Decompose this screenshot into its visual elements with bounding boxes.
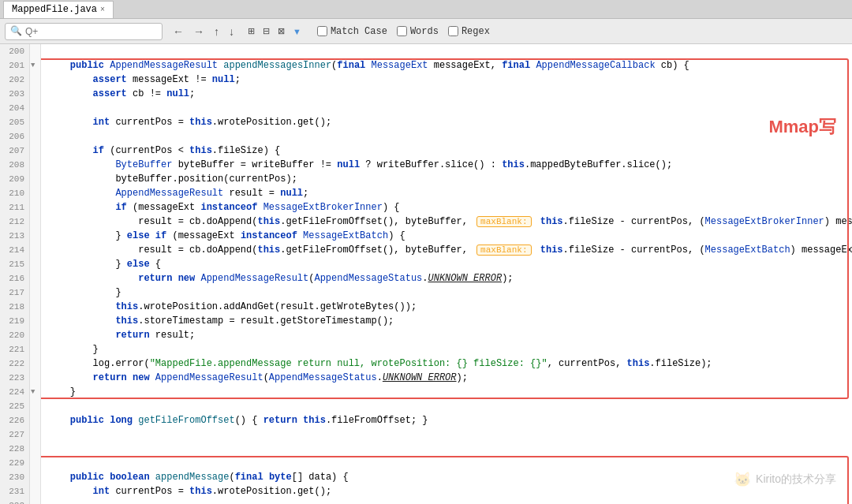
fold-btn-2[interactable]: ▼ — [31, 385, 35, 399]
ln-227: 227 — [5, 427, 24, 442]
code-line-205: int currentPos = this.wrotePosition.get(… — [47, 115, 846, 129]
toolbar-icon-2[interactable]: ⊟ — [260, 24, 273, 39]
match-case-checkbox-label[interactable]: Match Case — [317, 26, 387, 37]
code-content[interactable]: Mmap写 🐱 Kirito的技术分享 public AppendMessage… — [41, 44, 852, 504]
ln-232: 232 — [5, 498, 24, 504]
ln-230: 230 — [5, 470, 24, 484]
ln-213: 213 — [5, 229, 24, 243]
code-line-225 — [47, 399, 846, 413]
ln-231: 231 — [5, 484, 24, 498]
code-container: 200 201 202 203 204 205 206 207 208 209 … — [0, 44, 852, 504]
ln-217: 217 — [5, 286, 24, 300]
ln-205: 205 — [5, 115, 24, 129]
match-case-label: Match Case — [331, 26, 387, 37]
ln-220: 220 — [5, 328, 24, 342]
words-label: Words — [410, 26, 439, 37]
search-bar: 🔍 ← → ↑ ↓ ⊞ ⊟ ⊠ ▼ Match Case Words Regex — [0, 19, 852, 44]
code-line-202: assert messageExt != null; — [47, 73, 846, 87]
ln-223: 223 — [5, 371, 24, 385]
fold-column: ▼ ▼ — [30, 44, 41, 504]
ln-215: 215 — [5, 257, 24, 271]
ln-204: 204 — [5, 101, 24, 115]
nav-forward-button[interactable]: → — [189, 23, 208, 40]
code-line-213: } else if (messageExt instanceof Message… — [47, 229, 846, 243]
nav-up-button[interactable]: ↑ — [210, 23, 223, 40]
code-line-206 — [47, 129, 846, 144]
ln-212: 212 — [5, 215, 24, 229]
code-line-226: public long getFileFromOffset() { return… — [47, 413, 846, 427]
code-line-218: this.wrotePosition.addAndGet(result.getW… — [47, 300, 846, 314]
ln-216: 216 — [5, 271, 24, 286]
code-line-223: return new AppendMessageResult(AppendMes… — [47, 371, 846, 385]
code-line-227 — [47, 427, 846, 442]
code-line-207: if (currentPos < this.fileSize) { — [47, 144, 846, 158]
search-input-wrap: 🔍 — [5, 23, 163, 40]
code-line-210: AppendMessageResult result = null; — [47, 186, 846, 200]
regex-checkbox-label[interactable]: Regex — [448, 26, 490, 37]
code-line-208: ByteBuffer byteBuffer = writeBuffer != n… — [47, 158, 846, 172]
fold-btn-1[interactable]: ▼ — [31, 58, 35, 73]
mmap-annotation: Mmap写 — [768, 115, 836, 139]
ln-206: 206 — [5, 129, 24, 144]
ln-203: 203 — [5, 87, 24, 101]
match-case-checkbox[interactable] — [317, 26, 327, 36]
code-line-215: } else { — [47, 257, 846, 271]
ln-201: 201 — [5, 58, 24, 73]
code-line-212: result = cb.doAppend(this.getFileFromOff… — [47, 215, 846, 229]
code-line-221: } — [47, 342, 846, 357]
code-line-222: log.error("MappedFile.appendMessage retu… — [47, 357, 846, 371]
regex-label: Regex — [462, 26, 490, 37]
tab-close-icon[interactable]: × — [100, 6, 105, 14]
code-line-216: return new AppendMessageResult(AppendMes… — [47, 271, 846, 286]
search-input[interactable] — [25, 26, 151, 37]
nav-down-button[interactable]: ↓ — [225, 23, 238, 40]
code-line-201: public AppendMessageResult appendMessage… — [47, 58, 846, 73]
ln-221: 221 — [5, 342, 24, 357]
code-line-219: this.storeTimestamp = result.getStoreTim… — [47, 314, 846, 328]
ln-229: 229 — [5, 456, 24, 470]
toolbar-icon-1[interactable]: ⊞ — [245, 24, 258, 39]
code-line-214: result = cb.doAppend(this.getFileFromOff… — [47, 243, 846, 257]
code-line-232 — [47, 498, 846, 504]
nav-buttons: ← → ↑ ↓ — [169, 23, 238, 40]
ln-200: 200 — [5, 44, 24, 58]
ln-208: 208 — [5, 158, 24, 172]
watermark-area: 🐱 Kirito的技术分享 — [734, 471, 836, 488]
ln-207: 207 — [5, 144, 24, 158]
watermark-icon: 🐱 — [734, 471, 751, 488]
regex-checkbox[interactable] — [448, 26, 458, 36]
ln-218: 218 — [5, 300, 24, 314]
ln-214: 214 — [5, 243, 24, 257]
code-line-204 — [47, 101, 846, 115]
line-numbers: 200 201 202 203 204 205 206 207 208 209 … — [0, 44, 30, 504]
code-line-203: assert cb != null; — [47, 87, 846, 101]
search-icon: 🔍 — [10, 25, 22, 37]
tab-mapped-file[interactable]: MappedFile.java × — [3, 1, 114, 18]
ln-228: 228 — [5, 442, 24, 456]
code-line-209: byteBuffer.position(currentPos); — [47, 172, 846, 186]
code-line-228 — [47, 442, 846, 456]
ln-210: 210 — [5, 186, 24, 200]
words-checkbox[interactable] — [397, 26, 407, 36]
nav-back-button[interactable]: ← — [169, 23, 188, 40]
toolbar-icon-3[interactable]: ⊠ — [275, 24, 288, 39]
code-line-230: public boolean appendMessage(final byte[… — [47, 470, 846, 484]
toolbar-icons: ⊞ ⊟ ⊠ ▼ — [245, 24, 305, 39]
code-line-200 — [47, 44, 846, 58]
code-line-211: if (messageExt instanceof MessageExtBrok… — [47, 200, 846, 215]
ln-222: 222 — [5, 357, 24, 371]
code-line-224: } — [47, 385, 846, 399]
code-line-220: return result; — [47, 328, 846, 342]
watermark-text: Kirito的技术分享 — [756, 472, 836, 487]
ln-202: 202 — [5, 73, 24, 87]
ln-224: 224 — [5, 385, 24, 399]
ln-219: 219 — [5, 314, 24, 328]
code-line-217: } — [47, 286, 846, 300]
tab-label: MappedFile.java — [12, 4, 97, 15]
ln-225: 225 — [5, 399, 24, 413]
words-checkbox-label[interactable]: Words — [397, 26, 439, 37]
filter-icon[interactable]: ▼ — [290, 24, 305, 39]
code-line-229 — [47, 456, 846, 470]
tab-bar: MappedFile.java × — [0, 0, 852, 19]
code-line-231: int currentPos = this.wrotePosition.get(… — [47, 484, 846, 498]
